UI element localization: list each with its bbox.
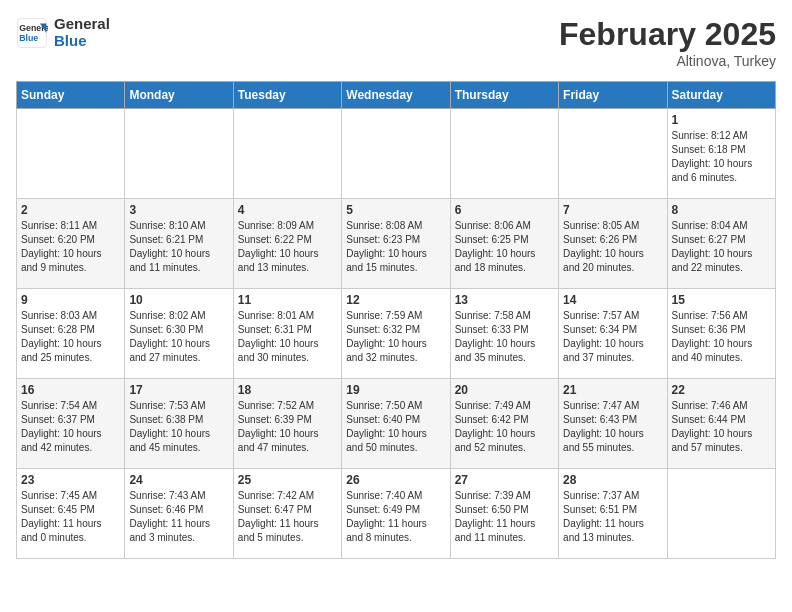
day-number: 10: [129, 293, 228, 307]
calendar-cell: 7Sunrise: 8:05 AM Sunset: 6:26 PM Daylig…: [559, 199, 667, 289]
weekday-header: Saturday: [667, 82, 775, 109]
calendar-week-row: 1Sunrise: 8:12 AM Sunset: 6:18 PM Daylig…: [17, 109, 776, 199]
day-info: Sunrise: 8:10 AM Sunset: 6:21 PM Dayligh…: [129, 219, 228, 275]
calendar-week-row: 9Sunrise: 8:03 AM Sunset: 6:28 PM Daylig…: [17, 289, 776, 379]
calendar-cell: 13Sunrise: 7:58 AM Sunset: 6:33 PM Dayli…: [450, 289, 558, 379]
day-info: Sunrise: 7:39 AM Sunset: 6:50 PM Dayligh…: [455, 489, 554, 545]
calendar-cell: 26Sunrise: 7:40 AM Sunset: 6:49 PM Dayli…: [342, 469, 450, 559]
calendar-week-row: 16Sunrise: 7:54 AM Sunset: 6:37 PM Dayli…: [17, 379, 776, 469]
calendar-cell: 9Sunrise: 8:03 AM Sunset: 6:28 PM Daylig…: [17, 289, 125, 379]
weekday-header: Friday: [559, 82, 667, 109]
day-info: Sunrise: 8:11 AM Sunset: 6:20 PM Dayligh…: [21, 219, 120, 275]
day-info: Sunrise: 7:42 AM Sunset: 6:47 PM Dayligh…: [238, 489, 337, 545]
day-info: Sunrise: 7:37 AM Sunset: 6:51 PM Dayligh…: [563, 489, 662, 545]
calendar-cell: 4Sunrise: 8:09 AM Sunset: 6:22 PM Daylig…: [233, 199, 341, 289]
calendar-cell: 6Sunrise: 8:06 AM Sunset: 6:25 PM Daylig…: [450, 199, 558, 289]
day-number: 23: [21, 473, 120, 487]
day-number: 5: [346, 203, 445, 217]
day-info: Sunrise: 7:49 AM Sunset: 6:42 PM Dayligh…: [455, 399, 554, 455]
calendar-cell: 14Sunrise: 7:57 AM Sunset: 6:34 PM Dayli…: [559, 289, 667, 379]
logo-line2: Blue: [54, 32, 87, 49]
day-info: Sunrise: 8:08 AM Sunset: 6:23 PM Dayligh…: [346, 219, 445, 275]
day-number: 3: [129, 203, 228, 217]
calendar-cell: 8Sunrise: 8:04 AM Sunset: 6:27 PM Daylig…: [667, 199, 775, 289]
day-number: 2: [21, 203, 120, 217]
day-info: Sunrise: 7:57 AM Sunset: 6:34 PM Dayligh…: [563, 309, 662, 365]
day-info: Sunrise: 7:58 AM Sunset: 6:33 PM Dayligh…: [455, 309, 554, 365]
weekday-header: Monday: [125, 82, 233, 109]
calendar-header-row: SundayMondayTuesdayWednesdayThursdayFrid…: [17, 82, 776, 109]
calendar-cell: 3Sunrise: 8:10 AM Sunset: 6:21 PM Daylig…: [125, 199, 233, 289]
calendar-cell: 11Sunrise: 8:01 AM Sunset: 6:31 PM Dayli…: [233, 289, 341, 379]
calendar-cell: [559, 109, 667, 199]
day-number: 7: [563, 203, 662, 217]
calendar-cell: [17, 109, 125, 199]
day-number: 6: [455, 203, 554, 217]
calendar-cell: 28Sunrise: 7:37 AM Sunset: 6:51 PM Dayli…: [559, 469, 667, 559]
calendar-week-row: 23Sunrise: 7:45 AM Sunset: 6:45 PM Dayli…: [17, 469, 776, 559]
day-number: 1: [672, 113, 771, 127]
day-number: 22: [672, 383, 771, 397]
day-info: Sunrise: 8:01 AM Sunset: 6:31 PM Dayligh…: [238, 309, 337, 365]
calendar-table: SundayMondayTuesdayWednesdayThursdayFrid…: [16, 81, 776, 559]
calendar-cell: 25Sunrise: 7:42 AM Sunset: 6:47 PM Dayli…: [233, 469, 341, 559]
day-number: 25: [238, 473, 337, 487]
day-number: 13: [455, 293, 554, 307]
calendar-cell: 20Sunrise: 7:49 AM Sunset: 6:42 PM Dayli…: [450, 379, 558, 469]
day-info: Sunrise: 8:03 AM Sunset: 6:28 PM Dayligh…: [21, 309, 120, 365]
day-info: Sunrise: 7:59 AM Sunset: 6:32 PM Dayligh…: [346, 309, 445, 365]
day-info: Sunrise: 7:46 AM Sunset: 6:44 PM Dayligh…: [672, 399, 771, 455]
location-subtitle: Altinova, Turkey: [559, 53, 776, 69]
logo-icon: General Blue: [16, 17, 48, 49]
calendar-cell: [667, 469, 775, 559]
calendar-cell: 21Sunrise: 7:47 AM Sunset: 6:43 PM Dayli…: [559, 379, 667, 469]
weekday-header: Wednesday: [342, 82, 450, 109]
day-info: Sunrise: 7:50 AM Sunset: 6:40 PM Dayligh…: [346, 399, 445, 455]
day-info: Sunrise: 8:09 AM Sunset: 6:22 PM Dayligh…: [238, 219, 337, 275]
day-number: 21: [563, 383, 662, 397]
calendar-cell: 22Sunrise: 7:46 AM Sunset: 6:44 PM Dayli…: [667, 379, 775, 469]
day-number: 14: [563, 293, 662, 307]
day-number: 18: [238, 383, 337, 397]
day-number: 19: [346, 383, 445, 397]
day-info: Sunrise: 7:52 AM Sunset: 6:39 PM Dayligh…: [238, 399, 337, 455]
day-info: Sunrise: 8:12 AM Sunset: 6:18 PM Dayligh…: [672, 129, 771, 185]
weekday-header: Thursday: [450, 82, 558, 109]
day-info: Sunrise: 7:56 AM Sunset: 6:36 PM Dayligh…: [672, 309, 771, 365]
calendar-cell: 27Sunrise: 7:39 AM Sunset: 6:50 PM Dayli…: [450, 469, 558, 559]
day-number: 4: [238, 203, 337, 217]
calendar-cell: 12Sunrise: 7:59 AM Sunset: 6:32 PM Dayli…: [342, 289, 450, 379]
day-number: 12: [346, 293, 445, 307]
day-number: 20: [455, 383, 554, 397]
day-info: Sunrise: 8:02 AM Sunset: 6:30 PM Dayligh…: [129, 309, 228, 365]
svg-text:Blue: Blue: [19, 33, 38, 43]
calendar-cell: 19Sunrise: 7:50 AM Sunset: 6:40 PM Dayli…: [342, 379, 450, 469]
page-header: General Blue General Blue February 2025 …: [16, 16, 776, 69]
day-info: Sunrise: 7:45 AM Sunset: 6:45 PM Dayligh…: [21, 489, 120, 545]
weekday-header: Sunday: [17, 82, 125, 109]
logo-line1: General: [54, 15, 110, 32]
calendar-cell: 5Sunrise: 8:08 AM Sunset: 6:23 PM Daylig…: [342, 199, 450, 289]
day-number: 24: [129, 473, 228, 487]
calendar-week-row: 2Sunrise: 8:11 AM Sunset: 6:20 PM Daylig…: [17, 199, 776, 289]
day-info: Sunrise: 7:53 AM Sunset: 6:38 PM Dayligh…: [129, 399, 228, 455]
day-number: 11: [238, 293, 337, 307]
day-number: 26: [346, 473, 445, 487]
day-info: Sunrise: 7:47 AM Sunset: 6:43 PM Dayligh…: [563, 399, 662, 455]
calendar-cell: 18Sunrise: 7:52 AM Sunset: 6:39 PM Dayli…: [233, 379, 341, 469]
calendar-cell: 23Sunrise: 7:45 AM Sunset: 6:45 PM Dayli…: [17, 469, 125, 559]
calendar-body: 1Sunrise: 8:12 AM Sunset: 6:18 PM Daylig…: [17, 109, 776, 559]
calendar-cell: 1Sunrise: 8:12 AM Sunset: 6:18 PM Daylig…: [667, 109, 775, 199]
day-info: Sunrise: 7:43 AM Sunset: 6:46 PM Dayligh…: [129, 489, 228, 545]
day-number: 17: [129, 383, 228, 397]
day-number: 28: [563, 473, 662, 487]
calendar-cell: 17Sunrise: 7:53 AM Sunset: 6:38 PM Dayli…: [125, 379, 233, 469]
day-number: 8: [672, 203, 771, 217]
day-number: 9: [21, 293, 120, 307]
calendar-cell: 16Sunrise: 7:54 AM Sunset: 6:37 PM Dayli…: [17, 379, 125, 469]
calendar-cell: 15Sunrise: 7:56 AM Sunset: 6:36 PM Dayli…: [667, 289, 775, 379]
logo: General Blue General Blue: [16, 16, 110, 49]
calendar-cell: 2Sunrise: 8:11 AM Sunset: 6:20 PM Daylig…: [17, 199, 125, 289]
month-title: February 2025: [559, 16, 776, 53]
calendar-cell: 10Sunrise: 8:02 AM Sunset: 6:30 PM Dayli…: [125, 289, 233, 379]
